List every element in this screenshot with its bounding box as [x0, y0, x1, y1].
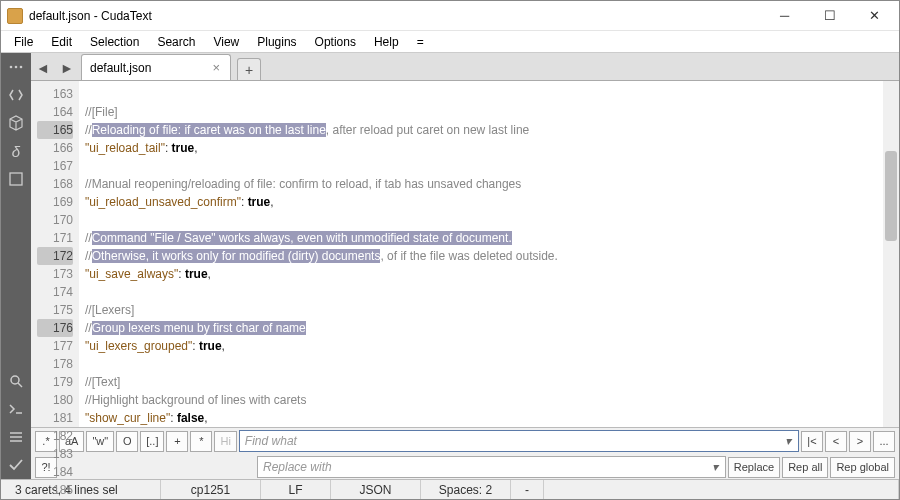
code-tree-icon[interactable] [1, 81, 31, 109]
code-line[interactable]: //Group lexers menu by first char of nam… [85, 319, 893, 337]
code-line[interactable]: "ui_reload_tail": true, [85, 139, 893, 157]
replace-button[interactable]: Rep global [830, 457, 895, 478]
line-number: 179 [37, 373, 73, 391]
search-option-button[interactable]: + [166, 431, 188, 452]
replace-button[interactable]: Replace [728, 457, 780, 478]
search-option-button[interactable]: [..] [140, 431, 164, 452]
code-line[interactable] [85, 157, 893, 175]
new-tab-button[interactable]: + [237, 58, 261, 80]
search-nav-button[interactable]: ... [873, 431, 895, 452]
line-number: 184 [37, 463, 73, 481]
replace-input[interactable]: Replace with ▾ [257, 456, 726, 478]
status-encoding[interactable]: cp1251 [161, 480, 261, 499]
search-nav-button[interactable]: |< [801, 431, 823, 452]
scroll-thumb[interactable] [885, 151, 897, 241]
editor[interactable]: 1631641651661671681691701711721731741751… [31, 81, 899, 427]
code-line[interactable]: //Otherwise, it works only for modified … [85, 247, 893, 265]
line-number: 167 [37, 157, 73, 175]
tab-prev-icon[interactable]: ◄ [31, 56, 55, 80]
line-number: 175 [37, 301, 73, 319]
search-option-button[interactable]: * [190, 431, 212, 452]
menu-search[interactable]: Search [148, 33, 204, 51]
code-area[interactable]: //[File]//Reloading of file: if caret wa… [79, 81, 899, 427]
code-line[interactable]: //Command "File / Save" works always, ev… [85, 229, 893, 247]
code-line[interactable] [85, 85, 893, 103]
check-icon[interactable] [1, 451, 31, 479]
svg-point-2 [20, 66, 23, 69]
line-number: 174 [37, 283, 73, 301]
line-number: 166 [37, 139, 73, 157]
code-line[interactable]: "show_cur_line": false, [85, 409, 893, 427]
dropdown-icon[interactable]: ▾ [707, 459, 723, 475]
app-icon [7, 8, 23, 24]
find-placeholder: Find what [245, 434, 297, 448]
status-carets[interactable]: 3 carets, 4 lines sel [1, 480, 161, 499]
line-number: 164 [37, 103, 73, 121]
search-option-button[interactable]: "w" [86, 431, 114, 452]
line-number: 178 [37, 355, 73, 373]
line-number: 183 [37, 445, 73, 463]
titlebar: default.json - CudaText ─ ☐ ✕ [1, 1, 899, 31]
menu-file[interactable]: File [5, 33, 42, 51]
menu-plugins[interactable]: Plugins [248, 33, 305, 51]
tab-default-json[interactable]: default.json × [81, 54, 231, 80]
minimize-button[interactable]: ─ [762, 1, 807, 30]
project-icon[interactable] [1, 109, 31, 137]
code-line[interactable] [85, 283, 893, 301]
console-icon[interactable] [1, 395, 31, 423]
tab-row: ◄ ► default.json × + [31, 53, 899, 81]
code-line[interactable]: "ui_lexers_grouped": true, [85, 337, 893, 355]
close-button[interactable]: ✕ [852, 1, 897, 30]
delta-icon[interactable]: δ [1, 137, 31, 165]
sidebar: δ [1, 53, 31, 479]
status-dash[interactable]: - [511, 480, 544, 499]
maximize-button[interactable]: ☐ [807, 1, 852, 30]
statusbar: 3 carets, 4 lines sel cp1251 LF JSON Spa… [1, 479, 899, 499]
menubar: FileEditSelectionSearchViewPluginsOption… [1, 31, 899, 53]
status-lexer[interactable]: JSON [331, 480, 421, 499]
status-eol[interactable]: LF [261, 480, 331, 499]
svg-point-0 [10, 66, 13, 69]
code-line[interactable]: //[Lexers] [85, 301, 893, 319]
replace-button[interactable]: Rep all [782, 457, 828, 478]
menu-selection[interactable]: Selection [81, 33, 148, 51]
find-input[interactable]: Find what ▾ [239, 430, 799, 452]
code-line[interactable]: //Reloading of file: if caret was on the… [85, 121, 893, 139]
scrollbar[interactable] [883, 81, 899, 427]
code-line[interactable]: //Highlight background of lines with car… [85, 391, 893, 409]
list-icon[interactable] [1, 423, 31, 451]
dropdown-icon[interactable]: ▾ [780, 433, 796, 449]
code-line[interactable] [85, 355, 893, 373]
line-number: 165 [37, 121, 73, 139]
code-line[interactable]: "ui_save_always": true, [85, 265, 893, 283]
tab-close-icon[interactable]: × [210, 60, 222, 75]
menu-icon[interactable] [1, 53, 31, 81]
menu-edit[interactable]: Edit [42, 33, 81, 51]
folder-icon[interactable] [1, 165, 31, 193]
line-number: 180 [37, 391, 73, 409]
window-title: default.json - CudaText [29, 9, 762, 23]
menu-view[interactable]: View [204, 33, 248, 51]
svg-rect-3 [10, 173, 22, 185]
code-line[interactable]: //Manual reopening/reloading of file: co… [85, 175, 893, 193]
search-option-button[interactable]: O [116, 431, 138, 452]
search-nav-button[interactable]: > [849, 431, 871, 452]
code-line[interactable]: //[Text] [85, 373, 893, 391]
line-number: 181 [37, 409, 73, 427]
search-icon[interactable] [1, 367, 31, 395]
code-line[interactable]: //[File] [85, 103, 893, 121]
tab-next-icon[interactable]: ► [55, 56, 79, 80]
menu-options[interactable]: Options [306, 33, 365, 51]
svg-point-4 [11, 376, 19, 384]
line-number: 163 [37, 85, 73, 103]
line-number: 171 [37, 229, 73, 247]
search-panel: .*aA"w"O[..]+* Hi Find what ▾ |<<>... ?!… [31, 427, 899, 479]
code-line[interactable] [85, 211, 893, 229]
menu-help[interactable]: Help [365, 33, 408, 51]
status-spaces[interactable]: Spaces: 2 [421, 480, 511, 499]
code-line[interactable]: "ui_reload_unsaved_confirm": true, [85, 193, 893, 211]
line-number: 168 [37, 175, 73, 193]
search-nav-button[interactable]: < [825, 431, 847, 452]
menu-=[interactable]: = [408, 33, 433, 51]
highlight-button[interactable]: Hi [214, 431, 236, 452]
